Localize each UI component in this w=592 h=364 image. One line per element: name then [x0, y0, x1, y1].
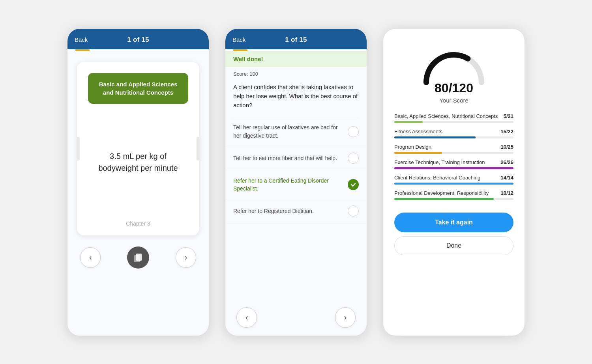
- done-button[interactable]: Done: [394, 236, 513, 255]
- screen1-controls: ‹ ›: [77, 246, 199, 269]
- flashcard-content: 3.5 mL per kg of bodyweight per minute: [77, 104, 199, 220]
- screen2-back-button[interactable]: Back: [232, 36, 245, 43]
- category-score-1: 15/22: [500, 129, 513, 134]
- category-score-5: 10/12: [500, 190, 513, 196]
- score-gauge-area: 80/120 Your Score: [394, 43, 513, 104]
- svg-rect-1: [136, 254, 142, 261]
- progress-bar-bg-3: [394, 167, 513, 169]
- progress-bar-fill-0: [394, 121, 423, 123]
- answer-option-2[interactable]: Tell her to eat more fiber and that will…: [225, 146, 367, 170]
- score-label: Your Score: [439, 97, 468, 104]
- screen3-phone: 80/120 Your Score Basic, Applied Science…: [383, 28, 525, 336]
- progress-bar-fill-1: [394, 136, 476, 138]
- screen2-prev-button[interactable]: ‹: [236, 307, 257, 328]
- progress-bar-bg-1: [394, 136, 513, 138]
- score-line: Score: 100: [225, 67, 367, 77]
- category-name-5: Professional Development, Responsibility: [394, 190, 489, 196]
- categories-container: Basic, Applied Sciences, Nutritional Con…: [394, 113, 513, 205]
- flashcard-tab-right: [197, 137, 199, 161]
- answer-option-4[interactable]: Refer her to Registered Dietitian.: [225, 199, 367, 223]
- screen1-phone: Back 1 of 15 Basic and Applied Sciences …: [67, 28, 209, 336]
- flashcard-topic: Basic and Applied Sciences and Nutrition…: [88, 73, 188, 104]
- screen2-next-button[interactable]: ›: [335, 307, 356, 328]
- category-score-0: 5/21: [504, 113, 513, 119]
- gauge-svg: [418, 43, 489, 86]
- progress-bar-bg-2: [394, 152, 513, 154]
- radio-circle-4: [348, 205, 359, 217]
- category-row-4: Client Relations, Behavioral Coaching 14…: [394, 175, 513, 185]
- category-row-0: Basic, Applied Sciences, Nutritional Con…: [394, 113, 513, 123]
- category-row-1: Fitness Assessments 15/22: [394, 129, 513, 138]
- flashcard: Basic and Applied Sciences and Nutrition…: [77, 62, 199, 235]
- category-name-1: Fitness Assessments: [394, 129, 442, 134]
- progress-bar-fill-3: [394, 167, 513, 169]
- progress-bar-bg-0: [394, 121, 513, 123]
- progress-bar-fill-5: [394, 198, 494, 200]
- well-done-banner: Well done!: [225, 51, 367, 67]
- question-text: A client confides that she is taking lax…: [225, 77, 367, 117]
- next-button[interactable]: ›: [176, 247, 196, 268]
- screen2-body: Well done! Score: 100 A client confides …: [225, 51, 367, 336]
- category-row-2: Program Design 10/25: [394, 144, 513, 154]
- screen2-phone: Back 1 of 15 Well done! Score: 100 A cli…: [225, 28, 367, 336]
- progress-bar-fill-4: [394, 183, 513, 185]
- progress-bar-fill-2: [394, 152, 442, 154]
- category-score-4: 14/14: [500, 175, 513, 181]
- category-row-5: Professional Development, Responsibility…: [394, 190, 513, 200]
- category-name-2: Program Design: [394, 144, 431, 150]
- screen2-progress-label: 1 of 15: [285, 36, 307, 44]
- cards-toggle-button[interactable]: [127, 246, 149, 269]
- answer-option-3[interactable]: Refer her to a Certified Eating Disorder…: [225, 170, 367, 200]
- progress-bar-bg-5: [394, 198, 513, 200]
- progress-label: 1 of 15: [127, 36, 149, 44]
- radio-check-3: [348, 179, 359, 190]
- back-button[interactable]: Back: [75, 36, 88, 43]
- category-row-3: Exercise Technique, Training Instruction…: [394, 159, 513, 169]
- category-score-3: 26/26: [500, 159, 513, 165]
- screen2-header: Back 1 of 15: [225, 29, 367, 49]
- category-name-4: Client Relations, Behavioral Coaching: [394, 175, 480, 181]
- flashcard-chapter: Chapter 3: [126, 220, 150, 235]
- flashcard-tab-left: [77, 137, 80, 161]
- screen2-controls: ‹ ›: [225, 299, 367, 336]
- radio-circle-1: [348, 126, 359, 137]
- progress-bar-bg-4: [394, 183, 513, 185]
- category-name-0: Basic, Applied Sciences, Nutritional Con…: [394, 113, 498, 119]
- screen1-header: Back 1 of 15: [67, 29, 209, 49]
- answer-option-1[interactable]: Tell her regular use of laxatives are ba…: [225, 117, 367, 146]
- score-number: 80/120: [435, 81, 473, 95]
- category-name-3: Exercise Technique, Training Instruction: [394, 159, 485, 165]
- take-again-button[interactable]: Take it again: [394, 213, 513, 232]
- prev-button[interactable]: ‹: [80, 247, 101, 268]
- category-score-2: 10/25: [500, 144, 513, 150]
- screen1-body: Basic and Applied Sciences and Nutrition…: [67, 51, 209, 336]
- radio-circle-2: [348, 153, 359, 164]
